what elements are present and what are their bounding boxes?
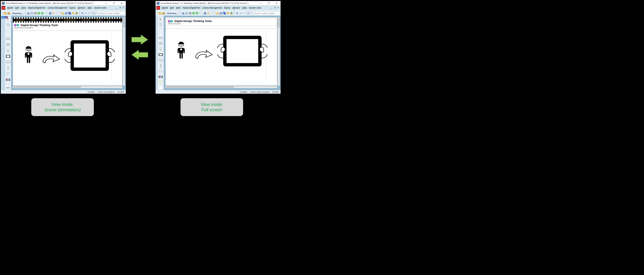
search-db-icon[interactable]	[207, 11, 210, 15]
menu-window[interactable]: Window	[77, 6, 86, 10]
bulb-icon[interactable]	[6, 48, 10, 53]
toolbar-grip[interactable]	[79, 11, 80, 15]
print-icon[interactable]	[188, 11, 192, 15]
new-icon[interactable]	[58, 11, 61, 15]
export-icon[interactable]	[75, 11, 78, 15]
menu-help[interactable]: Help	[86, 6, 93, 10]
open-icon[interactable]	[61, 11, 64, 15]
close-button[interactable]: ✕	[118, 1, 126, 5]
diagram-icon[interactable]	[204, 11, 206, 15]
toolbar-grip[interactable]	[211, 11, 212, 15]
modelling-dropdown[interactable]: Modelling	[166, 11, 179, 15]
thought-bubble-icon[interactable]	[6, 72, 10, 76]
furniture-icon[interactable]	[158, 36, 163, 40]
scrollbar-thumb[interactable]	[13, 86, 81, 88]
menu-system[interactable]: System tools	[248, 6, 262, 10]
pointer-tool-icon[interactable]	[158, 17, 163, 21]
modelling-dropdown[interactable]: Modelling	[11, 11, 24, 15]
building-icon[interactable]	[158, 41, 163, 45]
mdi-close-button[interactable]: ✕	[122, 6, 125, 9]
maximize-button[interactable]: ☐	[265, 1, 272, 5]
save-all-icon[interactable]	[223, 11, 226, 15]
nav-down-icon[interactable]	[88, 11, 90, 15]
toolbar-grip[interactable]	[234, 11, 234, 15]
nav-back-icon[interactable]	[37, 11, 40, 15]
nav-down-icon[interactable]	[44, 11, 46, 15]
toolbar-grip[interactable]	[180, 11, 180, 15]
new-icon[interactable]	[213, 11, 216, 15]
menu-extras[interactable]: Extras	[223, 6, 232, 10]
scrollbar-thumb[interactable]	[166, 86, 234, 88]
export-icon[interactable]	[230, 11, 233, 15]
crop-tool-icon[interactable]	[158, 22, 163, 26]
undo-icon[interactable]	[81, 11, 84, 15]
menu-window[interactable]: Window	[232, 6, 241, 10]
mdi-minimize-button[interactable]: ‗	[115, 6, 118, 9]
toolbar-grip[interactable]	[2, 11, 3, 15]
arrow-shape-icon[interactable]	[6, 31, 10, 35]
category-icon[interactable]	[4, 11, 6, 15]
database-icon[interactable]	[185, 11, 188, 15]
minimize-button[interactable]: —	[257, 1, 265, 5]
left-side-panel[interactable]: Mo...×	[1, 16, 5, 90]
save-all-icon[interactable]	[68, 11, 71, 15]
tablet-figure[interactable]	[217, 34, 268, 68]
nav-down-icon[interactable]	[199, 11, 201, 15]
menu-help[interactable]: Help	[241, 6, 248, 10]
menu-library[interactable]: Library Management	[202, 6, 223, 10]
menu-edit[interactable]: Edit	[14, 6, 20, 10]
save-icon[interactable]	[220, 11, 222, 15]
horizontal-scrollbar[interactable]	[13, 86, 122, 88]
diagram-icon[interactable]	[49, 11, 52, 15]
search-db-icon[interactable]	[52, 11, 55, 15]
filter-icon[interactable]	[162, 11, 165, 15]
cfl-icon[interactable]	[6, 66, 10, 70]
menu-edit[interactable]: Edit	[169, 6, 175, 10]
search-input[interactable]	[99, 12, 125, 14]
building-icon[interactable]	[6, 42, 10, 47]
person-figure[interactable]	[176, 41, 186, 59]
filter-icon[interactable]	[7, 11, 10, 15]
vertical-scrollbar[interactable]	[123, 17, 125, 86]
open-icon[interactable]	[216, 11, 219, 15]
toolbar-grip[interactable]	[25, 11, 26, 15]
toolbar-grip[interactable]	[56, 11, 57, 15]
search-input[interactable]	[254, 12, 280, 14]
menu-haptic[interactable]: Haptic2DigitalTwin	[27, 6, 47, 10]
line-tool-icon[interactable]	[6, 85, 10, 90]
mdi-close-button[interactable]: ✕	[276, 6, 280, 9]
find-icon[interactable]	[247, 11, 250, 15]
close-icon[interactable]: ×	[6, 16, 8, 18]
menu-haptic[interactable]: Haptic2DigitalTwin	[182, 6, 202, 10]
shelf-icon[interactable]	[6, 60, 10, 64]
menu-extras[interactable]: Extras	[68, 6, 77, 10]
thought-bubble-icon[interactable]	[158, 69, 163, 73]
toolbar-grip[interactable]	[47, 11, 48, 15]
vertical-scrollbar[interactable]	[278, 17, 280, 86]
tablet-figure[interactable]	[65, 39, 115, 72]
database-icon[interactable]	[30, 11, 33, 15]
drawing-sheet[interactable]: ✶➔ Digital Design Thinking Tools Mode: F…	[165, 17, 277, 86]
nav-down-icon[interactable]	[242, 11, 244, 15]
toolbar-grip[interactable]	[157, 11, 158, 15]
nav-back-icon[interactable]	[192, 11, 195, 15]
maximize-button[interactable]: ☐	[110, 1, 118, 5]
scrollbar-thumb[interactable]	[123, 18, 124, 27]
toolbar-grip[interactable]	[246, 11, 246, 15]
category-icon[interactable]	[158, 11, 162, 15]
menu-model[interactable]: MModelodel	[6, 6, 14, 10]
bulb-icon[interactable]	[158, 47, 163, 51]
tablet-icon[interactable]	[158, 52, 163, 57]
shelf-icon[interactable]	[158, 58, 163, 62]
search-box[interactable]: 🔍	[250, 11, 280, 15]
horizontal-scrollbar[interactable]	[165, 86, 277, 88]
toolbar-grip[interactable]	[202, 11, 202, 15]
blank-card-icon[interactable]	[158, 86, 163, 90]
tablet-icon[interactable]	[6, 54, 10, 58]
people-icon[interactable]	[6, 77, 10, 82]
menu-system[interactable]: System tools	[93, 6, 108, 10]
map-icon[interactable]	[158, 80, 163, 84]
menu-library[interactable]: Library Management	[47, 6, 68, 10]
undo-icon[interactable]	[236, 11, 238, 15]
arrow-shape-icon[interactable]	[158, 30, 163, 34]
